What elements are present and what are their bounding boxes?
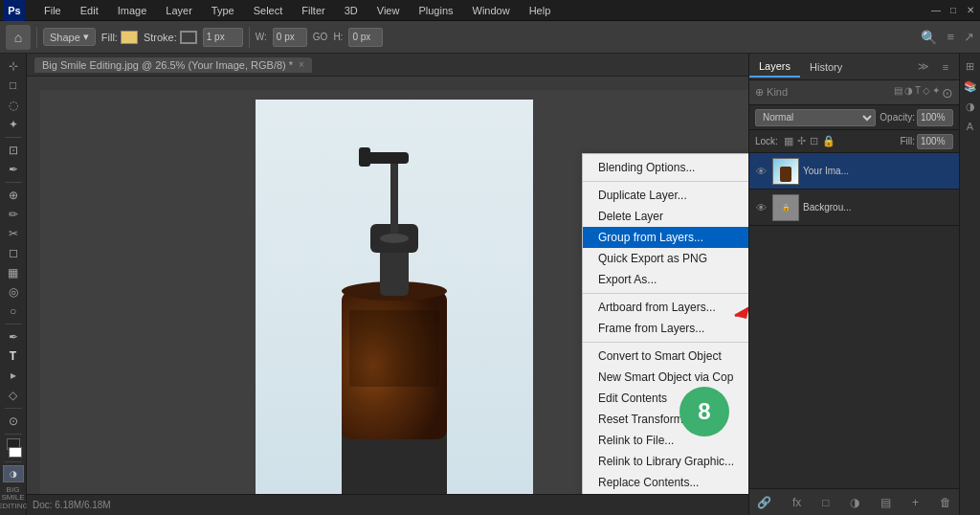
menu-file[interactable]: File	[40, 3, 65, 18]
stroke-size-input[interactable]	[203, 28, 243, 47]
move-tool[interactable]: ⊹	[2, 57, 25, 75]
canvas-tab-item[interactable]: Big Smile Editing.jpg @ 26.5% (Your Imag…	[34, 57, 312, 73]
menu-layer[interactable]: Layer	[162, 3, 196, 18]
layer-visibility-toggle[interactable]: 👁	[753, 164, 768, 179]
filter-smart-icon[interactable]: ✦	[932, 85, 940, 101]
add-layer-mask-button[interactable]: □	[822, 496, 829, 509]
marquee-tool[interactable]: □	[2, 77, 25, 94]
lock-position-icon[interactable]: ✢	[797, 135, 806, 147]
menu-3d[interactable]: 3D	[341, 3, 362, 18]
ctx-export-as[interactable]: Export As...	[583, 269, 748, 290]
lock-pixels-icon[interactable]: ▦	[784, 135, 793, 147]
filter-text-icon[interactable]: T	[915, 85, 921, 101]
dodge-tool[interactable]: ○	[2, 302, 25, 320]
fill-control[interactable]: Fill:	[101, 31, 138, 44]
ctx-replace-contents[interactable]: Replace Contents...	[583, 472, 748, 493]
delete-layer-button[interactable]: 🗑	[940, 496, 951, 509]
menu-image[interactable]: Image	[114, 3, 151, 18]
clone-stamp-tool[interactable]: ✂	[2, 225, 25, 242]
panel-collapse-icon[interactable]: ≫	[914, 57, 933, 77]
eyedropper-tool[interactable]: ✒	[2, 161, 25, 178]
h-input[interactable]	[348, 28, 383, 47]
tab-history[interactable]: History	[800, 57, 852, 77]
ctx-delete-layer[interactable]: Delete Layer	[583, 206, 748, 227]
tools-panel: ⊹ □ ◌ ✦ ⊡ ✒ ⊕ ✏ ✂ ◻ ▦ ◎ ○ ✒ T ▸ ◇ ⊙ ◑ BI…	[0, 54, 27, 515]
create-fill-layer-button[interactable]: ◑	[850, 496, 859, 509]
shape-tool[interactable]: ◇	[2, 387, 25, 404]
menu-edit[interactable]: Edit	[77, 3, 102, 18]
blur-tool[interactable]: ◎	[2, 283, 25, 301]
lasso-tool[interactable]: ◌	[2, 96, 25, 113]
menu-window[interactable]: Window	[469, 3, 514, 18]
settings-icon[interactable]: ≡	[947, 30, 954, 44]
healing-brush-tool[interactable]: ⊕	[2, 187, 25, 204]
opacity-input[interactable]	[917, 109, 953, 126]
ctx-artboard-from-layers[interactable]: Artboard from Layers...	[583, 297, 748, 318]
adjustments-icon[interactable]: ◑	[962, 98, 979, 115]
tab-layers[interactable]: Layers	[749, 56, 800, 78]
brush-tool[interactable]: ✏	[2, 206, 25, 223]
minimize-button[interactable]: —	[930, 5, 942, 16]
share-icon[interactable]: ↗	[964, 30, 974, 44]
filter-pixel-icon[interactable]: ▤	[894, 85, 902, 101]
search-icon[interactable]: 🔍	[921, 30, 937, 45]
layer-item[interactable]: 👁 🔒 Backgrou...	[749, 190, 959, 226]
create-group-button[interactable]: ▤	[880, 496, 891, 509]
properties-icon[interactable]: ⊞	[962, 57, 979, 75]
lock-art-boards-icon[interactable]: ⊡	[810, 135, 818, 147]
libraries-icon[interactable]: 📚	[962, 78, 979, 95]
crop-tool[interactable]: ⊡	[2, 142, 25, 159]
type-icon[interactable]: A	[962, 118, 979, 135]
ctx-relink-to-file[interactable]: Relink to File...	[583, 430, 748, 451]
stroke-color-box[interactable]	[180, 31, 197, 44]
gradient-tool[interactable]: ▦	[2, 264, 25, 281]
filter-shape-icon[interactable]: ◇	[923, 85, 930, 101]
ctx-relink-to-library[interactable]: Relink to Library Graphic...	[583, 451, 748, 472]
text-tool[interactable]: T	[2, 347, 25, 365]
lock-all-icon[interactable]: 🔒	[822, 135, 835, 147]
background-color[interactable]	[9, 447, 22, 458]
menu-help[interactable]: Help	[525, 3, 555, 18]
quick-mask-mode[interactable]: ◑	[3, 465, 24, 481]
link-layers-button[interactable]: 🔗	[757, 496, 771, 509]
layer-visibility-toggle[interactable]: 👁	[753, 200, 768, 215]
menu-bar: Ps File Edit Image Layer Type Select Fil…	[0, 0, 980, 21]
close-button[interactable]: ✕	[965, 5, 976, 16]
ctx-frame-from-layers[interactable]: Frame from Layers...	[583, 318, 748, 339]
menu-select[interactable]: Select	[250, 3, 287, 18]
blend-mode-select[interactable]: Normal Multiply Screen	[755, 109, 876, 126]
stroke-control[interactable]: Stroke:	[144, 31, 197, 44]
ctx-export-contents[interactable]: Export Contents...	[583, 493, 748, 494]
shape-selector[interactable]: Shape ▾	[43, 28, 96, 46]
menu-type[interactable]: Type	[208, 3, 238, 18]
layer-item[interactable]: 👁 Your Ima...	[749, 153, 959, 190]
ctx-convert-smart-object[interactable]: Convert to Smart Object	[583, 346, 748, 367]
eraser-tool[interactable]: ◻	[2, 244, 25, 261]
pen-tool[interactable]: ✒	[2, 328, 25, 346]
path-selection-tool[interactable]: ▸	[2, 367, 25, 384]
menu-view[interactable]: View	[373, 3, 404, 18]
create-new-layer-button[interactable]: +	[912, 496, 919, 509]
zoom-tool[interactable]: ⊙	[2, 413, 25, 430]
ctx-sep-1	[583, 181, 748, 182]
quick-mask-icon: ◑	[10, 469, 17, 479]
ctx-quick-export[interactable]: Quick Export as PNG	[583, 248, 748, 269]
filter-toggle[interactable]: ⊙	[942, 85, 953, 101]
canvas-tab-close[interactable]: ×	[299, 59, 304, 70]
menu-filter[interactable]: Filter	[298, 3, 328, 18]
ctx-group-from-layers[interactable]: Group from Layers...	[583, 227, 748, 248]
panel-menu-icon[interactable]: ≡	[936, 57, 955, 77]
stroke-label: Stroke:	[144, 32, 177, 43]
ctx-blending-options[interactable]: Blending Options...	[583, 157, 748, 178]
menu-plugins[interactable]: Plugins	[414, 3, 457, 18]
maximize-button[interactable]: □	[947, 5, 959, 16]
w-input[interactable]	[273, 28, 307, 47]
add-layer-style-button[interactable]: fx	[792, 496, 801, 509]
ctx-duplicate-layer[interactable]: Duplicate Layer...	[583, 185, 748, 206]
magic-wand-tool[interactable]: ✦	[2, 116, 25, 133]
fill-color-box[interactable]	[121, 31, 138, 44]
home-button[interactable]: ⌂	[6, 25, 31, 50]
fill-input[interactable]	[917, 134, 953, 149]
ctx-new-smart-object-via-copy[interactable]: New Smart Object via Cop	[583, 367, 748, 388]
filter-adjust-icon[interactable]: ◑	[904, 85, 913, 101]
